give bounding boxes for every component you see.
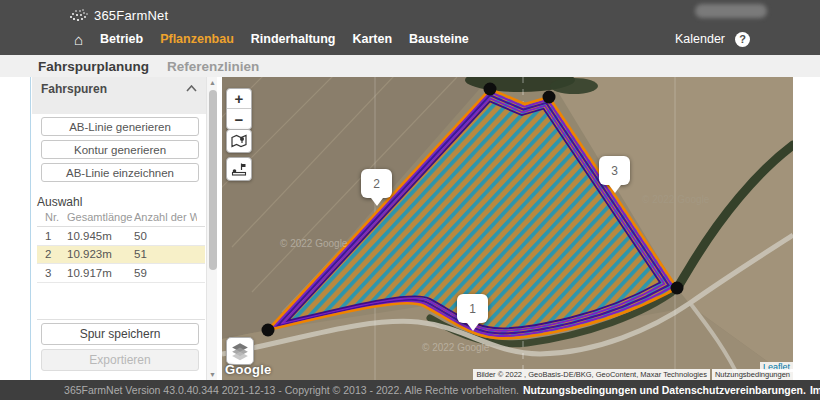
logo-text: 365FarmNet: [94, 8, 168, 23]
vertex-handle[interactable]: [671, 282, 684, 295]
nav-karten[interactable]: Karten: [352, 32, 392, 46]
table-row[interactable]: 3 10.917m 59: [37, 264, 205, 283]
tile-watermark: © 2022 Google: [280, 238, 348, 249]
table-row-selected[interactable]: 2 10.923m 51: [37, 246, 205, 265]
app-logo: 365FarmNet: [68, 6, 168, 24]
trees-top-2: [550, 78, 598, 94]
cell-count: 59: [134, 267, 197, 279]
impressum-link[interactable]: Impressum: [810, 384, 820, 396]
waypoint-tool-button[interactable]: [226, 157, 252, 181]
layers-icon: [230, 341, 250, 361]
vertex-handle[interactable]: [543, 91, 556, 104]
nav-bausteine[interactable]: Bausteine: [409, 32, 469, 46]
table-row[interactable]: 1 10.945m 50: [37, 227, 205, 246]
ab-linie-generieren-button[interactable]: AB-Linie generieren: [41, 117, 199, 136]
cell-length: 10.917m: [67, 267, 134, 279]
satellite-base: © 2022 Google © 2022 Google © 2022 Googl…: [222, 77, 793, 380]
cell-nr: 1: [37, 230, 67, 242]
selection-label: Auswahl: [37, 195, 82, 209]
nav-pflanzenbau[interactable]: Pflanzenbau: [160, 32, 234, 46]
track-marker-3[interactable]: 3: [599, 156, 630, 185]
locate-field-button[interactable]: [226, 129, 252, 153]
table-header-row: Nr. Gesamtlänge (... Anzahl der We...: [37, 208, 205, 227]
map-canvas[interactable]: © 2022 Google © 2022 Google © 2022 Googl…: [222, 77, 793, 380]
cell-nr: 2: [37, 248, 67, 260]
cell-count: 50: [134, 230, 197, 242]
waypoint-flag-icon: [231, 162, 247, 176]
vertex-handle[interactable]: [262, 324, 275, 337]
cell-nr: 3: [37, 267, 67, 279]
scroll-thumb[interactable]: [209, 90, 217, 270]
tab-fahrspurplanung[interactable]: Fahrspurplanung: [38, 59, 149, 74]
fahrspuren-panel: Fahrspuren AB-Linie generieren Kontur ge…: [30, 77, 217, 380]
home-icon[interactable]: ⌂: [74, 32, 83, 47]
chevron-up-icon[interactable]: [186, 85, 197, 92]
scroll-down-arrow[interactable]: ▼: [207, 369, 218, 380]
terms-link[interactable]: Nutzungsbedingungen und Datenschutzverei…: [523, 384, 806, 396]
scroll-up-arrow[interactable]: ▲: [207, 77, 218, 88]
cell-length: 10.945m: [67, 230, 134, 242]
zoom-control: + −: [226, 88, 252, 130]
layers-button[interactable]: [226, 337, 254, 365]
col-gesamtlaenge: Gesamtlänge (...: [67, 211, 134, 223]
nav-betrieb[interactable]: Betrieb: [100, 32, 143, 46]
tab-referenzlinien[interactable]: Referenzlinien: [167, 59, 259, 74]
col-nr: Nr.: [37, 211, 67, 223]
cell-count: 51: [134, 248, 197, 260]
zoom-in-button[interactable]: +: [227, 89, 251, 109]
spur-speichern-button[interactable]: Spur speichern: [41, 323, 199, 345]
track-marker-1[interactable]: 1: [457, 294, 488, 323]
vertex-handle[interactable]: [484, 83, 497, 96]
google-watermark: Google: [225, 362, 272, 377]
panel-header[interactable]: Fahrspuren: [32, 77, 207, 114]
nav-rinderhaltung[interactable]: Rinderhaltung: [251, 32, 336, 46]
nutzungsbedingungen-link[interactable]: Nutzungsbedingungen: [715, 370, 790, 379]
imagery-attribution: Bilder © 2022 , GeoBasis-DE/BKG, GeoCont…: [473, 369, 710, 380]
col-anzahl: Anzahl der We...: [134, 211, 197, 223]
map-attribution-bar: Bilder © 2022 , GeoBasis-DE/BKG, GeoCont…: [473, 369, 793, 380]
sidebar-scrollbar[interactable]: ▲ ▼: [206, 77, 217, 380]
tile-watermark: © 2022 Google: [642, 194, 710, 205]
logo-dots-icon: [68, 7, 90, 23]
app-footer: 365FarmNet Version 43.0.40.344 2021-12-1…: [0, 380, 820, 400]
app-header: 365FarmNet ⌂ Betrieb Pflanzenbau Rinderh…: [0, 0, 820, 55]
tile-watermark: © 2022 Google: [422, 342, 490, 353]
panel-title: Fahrspuren: [41, 82, 107, 96]
zoom-out-button[interactable]: −: [227, 109, 251, 129]
header-right-tools: Kalender ?: [675, 27, 750, 51]
main-nav: ⌂ Betrieb Pflanzenbau Rinderhaltung Kart…: [74, 27, 469, 51]
help-icon[interactable]: ?: [735, 32, 750, 47]
exportieren-button-disabled: Exportieren: [41, 349, 199, 371]
track-marker-2[interactable]: 2: [361, 169, 392, 198]
map-pin-icon: [231, 134, 247, 148]
kontur-generieren-button[interactable]: Kontur generieren: [41, 140, 199, 159]
sub-tabbar: Fahrspurplanung Referenzlinien: [0, 55, 820, 77]
kalender-link[interactable]: Kalender: [675, 32, 725, 46]
tracks-table: Nr. Gesamtlänge (... Anzahl der We... 1 …: [37, 208, 205, 283]
cell-length: 10.923m: [67, 248, 134, 260]
table-empty-area: [37, 287, 205, 320]
version-text: 365FarmNet Version 43.0.40.344 2021-12-1…: [64, 384, 519, 396]
ab-linie-einzeichnen-button[interactable]: AB-Linie einzeichnen: [41, 163, 199, 182]
user-account-redacted[interactable]: [695, 4, 767, 18]
right-gutter: [793, 77, 820, 380]
